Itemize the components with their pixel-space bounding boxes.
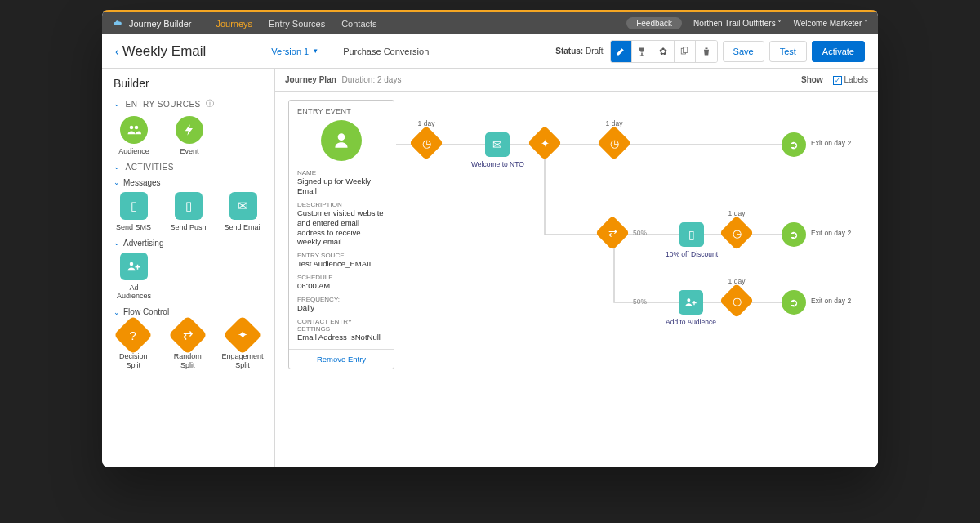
svg-rect-1	[684, 47, 688, 52]
spark-icon: ✦	[223, 315, 262, 355]
palette-send-push[interactable]: ▯Send Push	[168, 192, 208, 232]
people-plus-icon	[679, 290, 703, 315]
branch-icon: ⇄	[168, 315, 207, 355]
chevron-down-icon: ⌄	[114, 178, 120, 186]
salesforce-cloud-icon	[114, 19, 122, 28]
group-messages[interactable]: ⌄Messages	[114, 178, 263, 187]
palette-audience[interactable]: Audience	[114, 116, 154, 156]
journey-plan-title: Journey Plan	[285, 75, 336, 84]
edit-button[interactable]	[611, 41, 632, 62]
question-icon: ?	[114, 315, 153, 355]
spark-icon: ✦	[528, 126, 562, 160]
person-icon	[321, 120, 362, 161]
node-wait-1[interactable]: 1 day ◷	[414, 131, 439, 155]
test-button[interactable]: Test	[769, 41, 807, 62]
phone-icon: ▯	[679, 222, 704, 247]
palette-send-email[interactable]: ✉Send Email	[223, 192, 263, 232]
people-plus-icon	[120, 253, 148, 280]
sub-header: ‹ Weekly Email Version 1 ▼ Purchase Conv…	[102, 34, 878, 69]
activate-button[interactable]: Activate	[812, 41, 865, 62]
exit-icon: ➲	[782, 222, 806, 247]
copy-button[interactable]	[675, 41, 696, 62]
node-engagement-split[interactable]: ✦	[532, 131, 557, 155]
top-bar: Journey Builder Journeys Entry Sources C…	[102, 10, 878, 34]
mail-icon: ✉	[229, 192, 257, 220]
delete-button[interactable]	[696, 41, 717, 62]
mail-icon: ✉	[485, 132, 510, 157]
palette-random-split[interactable]: ⇄Random Split	[168, 321, 208, 370]
palette-ad-audiences[interactable]: Ad Audiences	[114, 253, 154, 302]
chevron-down-icon: ⌄	[114, 239, 120, 247]
palette-decision-split[interactable]: ?Decision Split	[114, 321, 154, 370]
info-icon[interactable]: ⓘ	[206, 98, 215, 110]
node-exit-2[interactable]: ➲ Exit on day 2	[782, 222, 806, 247]
save-button[interactable]: Save	[723, 41, 764, 62]
phone-icon: ▯	[120, 192, 148, 220]
goal-button[interactable]	[632, 41, 653, 62]
back-chevron-icon[interactable]: ‹	[115, 45, 119, 58]
nav-entry-sources[interactable]: Entry Sources	[269, 19, 325, 29]
copy-icon	[679, 47, 689, 56]
chevron-down-icon: ⌄	[114, 308, 120, 316]
clock-icon: ◷	[597, 126, 631, 160]
branch-icon: ⇄	[595, 216, 630, 250]
welcome-user[interactable]: Welcome Marketer ˅	[793, 19, 868, 28]
people-icon	[120, 116, 148, 144]
group-advertising[interactable]: ⌄Advertising	[114, 239, 263, 248]
split-pct-b: 50%	[633, 297, 647, 306]
palette-send-sms[interactable]: ▯Send SMS	[114, 192, 154, 232]
node-exit-1[interactable]: ➲ Exit on day 2	[782, 132, 806, 157]
node-wait-3[interactable]: 1 day ◷	[724, 221, 749, 245]
section-entry-sources[interactable]: ⌄ ENTRY SOURCES ⓘ	[114, 98, 263, 110]
trash-icon	[702, 47, 711, 56]
remove-entry-button[interactable]: Remove Entry	[289, 349, 394, 369]
exit-icon: ➲	[782, 132, 806, 157]
node-email-welcome[interactable]: ✉ Welcome to NTO	[471, 132, 524, 168]
trophy-icon	[637, 47, 647, 56]
show-label: Show	[801, 75, 823, 84]
entry-event-header: ENTRY EVENT	[297, 107, 385, 115]
app-name: Journey Builder	[129, 19, 191, 29]
group-flow-control[interactable]: ⌄Flow Control	[114, 307, 263, 316]
nav-journeys[interactable]: Journeys	[216, 19, 252, 29]
status-label: Status: Draft	[555, 47, 603, 56]
bolt-icon	[176, 116, 203, 144]
exit-icon: ➲	[782, 290, 806, 315]
labels-toggle[interactable]: ✓ Labels	[833, 75, 868, 85]
journey-title: Weekly Email	[122, 43, 207, 60]
node-random-split[interactable]: ⇄	[600, 221, 625, 245]
palette-event[interactable]: Event	[169, 116, 210, 156]
pencil-icon	[616, 47, 626, 56]
node-push-discount[interactable]: ▯ 10% off Discount	[666, 222, 718, 258]
toolbar-icon-group: ✿	[610, 40, 718, 63]
account-switcher[interactable]: Northen Trail Outfitters ˅	[693, 19, 782, 28]
clock-icon: ◷	[409, 126, 443, 160]
canvas-area: Journey Plan Duration: 2 days Show ✓ Lab…	[275, 69, 878, 467]
version-selector[interactable]: Version 1 ▼	[271, 47, 318, 56]
nav-contacts[interactable]: Contacts	[341, 19, 376, 29]
bell-icon: ▯	[175, 192, 203, 220]
chevron-down-icon: ⌄	[114, 163, 121, 171]
settings-button[interactable]: ✿	[653, 41, 675, 62]
clock-icon: ◷	[719, 216, 754, 250]
split-pct-a: 50%	[633, 229, 647, 237]
canvas-header: Journey Plan Duration: 2 days Show ✓ Lab…	[275, 69, 878, 92]
goal-label: Purchase Conversion	[343, 47, 429, 56]
top-nav: Journeys Entry Sources Contacts	[216, 19, 376, 29]
palette-engagement-split[interactable]: ✦Engagement Split	[222, 321, 263, 370]
node-exit-3[interactable]: ➲ Exit on day 2	[782, 290, 806, 315]
chevron-down-icon: ⌄	[114, 100, 121, 108]
node-wait-2[interactable]: 1 day ◷	[602, 131, 626, 155]
section-activities[interactable]: ⌄ ACTIVITIES	[114, 163, 263, 172]
journey-canvas[interactable]: ENTRY EVENT NAME Signed up for Weekly Em…	[275, 92, 878, 467]
node-wait-4[interactable]: 1 day ◷	[724, 288, 749, 313]
entry-event-card[interactable]: ENTRY EVENT NAME Signed up for Weekly Em…	[288, 100, 394, 369]
clock-icon: ◷	[719, 284, 754, 318]
feedback-button[interactable]: Feedback	[626, 17, 682, 29]
builder-sidebar: Builder ⌄ ENTRY SOURCES ⓘ Audience Ev	[102, 69, 275, 467]
node-add-audience[interactable]: Add to Audience	[666, 290, 716, 326]
builder-heading: Builder	[114, 77, 263, 90]
